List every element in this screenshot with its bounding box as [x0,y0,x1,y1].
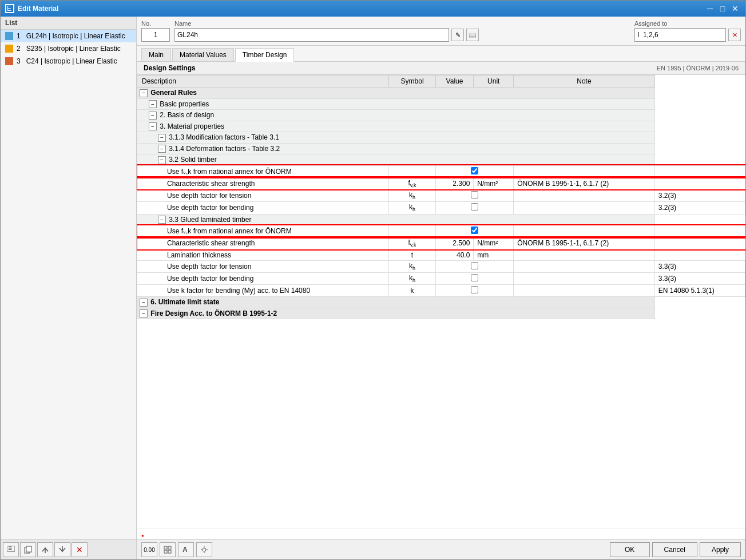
expand-button[interactable]: − [158,145,166,153]
svg-rect-9 [168,546,171,549]
symbol-cell: t [389,249,435,260]
expand-button[interactable]: − [149,100,157,108]
main-window: E Edit Material ─ □ ✕ List 1GL24h | Isot… [0,0,746,560]
row-checkbox[interactable] [471,191,478,198]
table-row[interactable]: Use fᵥ,k from national annex for ÖNORM [137,165,745,177]
svg-rect-8 [164,546,167,549]
unit-cell [514,225,655,237]
checkbox-cell[interactable] [435,165,514,177]
tab-timber_design[interactable]: Timber Design [235,48,295,62]
checkbox-cell[interactable] [435,225,514,237]
note-cell: 3.2(3) [654,189,745,201]
coord-toggle[interactable]: 0.00 [141,542,157,557]
no-label: No. [141,20,170,27]
expand-button[interactable]: − [140,89,148,97]
tab-material_values[interactable]: Material Values [172,48,234,61]
unit-cell [514,285,655,297]
table-row: − 3.1.4 Deformation factors - Table 3.2 [137,143,745,154]
tab-bar: MainMaterial ValuesTimber Design [137,46,745,62]
svg-point-13 [203,548,206,551]
close-button[interactable]: ✕ [729,3,741,14]
list-footer: ≡ ✕ [1,539,136,559]
table-row: − 3.1.3 Modification factors - Table 3.1 [137,132,745,144]
copy-item-button[interactable] [20,542,36,557]
expand-button[interactable]: − [140,299,148,307]
checkbox-cell[interactable] [435,260,514,272]
table-row[interactable]: Use depth factor for bendingkh3.2(3) [137,202,745,214]
list-item[interactable]: 2S235 | Isotropic | Linear Elastic [1,42,136,55]
expand-button[interactable]: − [149,122,157,130]
list-item-text: C24 | Isotropic | Linear Elastic [26,57,117,65]
name-field: Name ✎ 📖 [174,20,630,42]
table-row[interactable]: Lamination thicknesst40.0mm [137,249,745,260]
note-cell [514,249,655,260]
bottom-bar: 0.00 A OK Cancel Apply [137,539,745,559]
delete-item-button[interactable]: ✕ [72,542,88,557]
unit-cell [514,165,655,177]
list-item[interactable]: 3C24 | Isotropic | Linear Elastic [1,55,136,67]
col-value: Value [435,76,474,88]
row-checkbox[interactable] [471,227,478,234]
symbol-cell: k [389,285,435,297]
minimize-button[interactable]: ─ [704,3,716,14]
cancel-button[interactable]: Cancel [652,542,697,557]
list-item-number: 1 [17,32,21,40]
symbol-cell [389,165,435,177]
note-cell: ÖNORM B 1995-1-1, 6.1.7 (2) [514,177,655,189]
desc-cell: Use fᵥ,k from national annex for ÖNORM [137,165,389,177]
table-row[interactable]: Characteristic shear strengthfv,k2.300N/… [137,177,745,189]
list-header: List [1,17,136,30]
table-row[interactable]: Use depth factor for bendingkh3.3(3) [137,272,745,284]
list-item[interactable]: 1GL24h | Isotropic | Linear Elastic [1,30,136,42]
unit-cell: N/mm² [474,237,514,249]
svg-text:≡: ≡ [8,546,12,552]
table-row: − 3. Material properties [137,121,745,132]
no-input[interactable] [141,28,170,42]
table-row: − 6. Ultimate limit state [137,297,745,308]
table-row: − 2. Basis of design [137,110,745,121]
checkbox-cell[interactable] [435,272,514,284]
row-checkbox[interactable] [471,167,478,174]
edit-name-button[interactable]: ✎ [451,29,464,41]
checkbox-cell[interactable] [435,285,514,297]
text-style-button[interactable]: A [178,542,194,557]
assigned-field: Assigned to ✕ [634,20,741,42]
export-button[interactable] [54,542,70,557]
status-area: ● [137,528,745,539]
expand-button[interactable]: − [140,309,148,317]
clear-assigned-button[interactable]: ✕ [728,29,741,41]
row-checkbox[interactable] [471,262,478,269]
table-row[interactable]: Use depth factor for tensionkh3.2(3) [137,189,745,201]
assigned-input[interactable] [634,28,726,42]
table-row[interactable]: Use fᵥ,k from national annex for ÖNORM [137,225,745,237]
checkbox-cell[interactable] [435,202,514,214]
apply-button[interactable]: Apply [700,542,741,557]
maximize-button[interactable]: □ [717,3,728,14]
row-checkbox[interactable] [471,286,478,293]
expand-button[interactable]: − [149,112,157,120]
desc-cell: Use depth factor for tension [137,260,389,272]
list-item-color [5,32,13,40]
table-row[interactable]: Use depth factor for tensionkh3.3(3) [137,260,745,272]
add-item-button[interactable]: ≡ [3,542,19,557]
import-button[interactable] [37,542,53,557]
table-row[interactable]: Use k factor for bending (My) acc. to EN… [137,285,745,297]
name-input[interactable] [174,28,449,42]
table-row: − General Rules [137,88,745,99]
settings-button[interactable] [196,542,212,557]
grid-toggle[interactable] [160,542,176,557]
row-checkbox[interactable] [471,274,478,281]
note-cell [654,165,745,177]
checkbox-cell[interactable] [435,189,514,201]
expand-button[interactable]: − [158,134,166,142]
svg-text:E: E [7,5,11,12]
tab-main[interactable]: Main [141,48,171,61]
unit-cell [514,202,655,214]
value-cell: 40.0 [435,249,474,260]
expand-button[interactable]: − [158,216,166,224]
expand-button[interactable]: − [158,156,166,164]
ok-button[interactable]: OK [610,542,650,557]
row-checkbox[interactable] [471,203,478,211]
info-button[interactable]: 📖 [466,29,479,41]
table-row[interactable]: Characteristic shear strengthfv,k2.500N/… [137,237,745,249]
